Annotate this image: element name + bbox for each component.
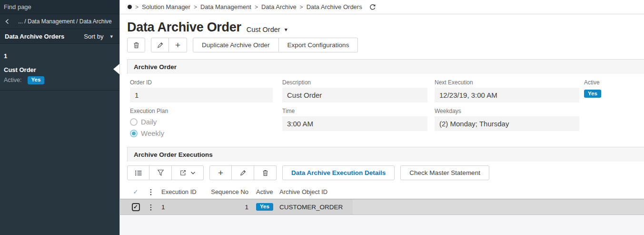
sidebar: Find page ... / Data Management / Data A… — [0, 0, 120, 235]
archive-order-section-title: Archive Order — [134, 63, 177, 71]
select-all-check-icon[interactable]: ✓ — [133, 188, 139, 195]
radio-weekly-label: Weekly — [141, 129, 164, 137]
find-page-input[interactable]: Find page — [0, 0, 119, 14]
radio-daily-icon — [130, 118, 138, 126]
breadcrumb-separator: > — [135, 4, 139, 10]
sort-caret-icon: ▾ — [110, 33, 113, 40]
breadcrumb-separator: > — [300, 4, 303, 10]
col-header-execution-id[interactable]: Execution ID — [158, 188, 203, 195]
data-archive-execution-details-button[interactable]: Data Archive Execution Details — [282, 165, 395, 180]
page-header: Data Archive Order Cust Order ▾ — [120, 14, 644, 35]
sort-by-label: Sort by — [84, 33, 103, 40]
active-badge: Yes — [28, 76, 45, 84]
delete-order-button[interactable] — [127, 38, 145, 52]
record-selector-caret-icon: ▾ — [285, 26, 287, 33]
record-list: 1 Cust Order Active: Yes — [0, 44, 119, 91]
col-header-sequence-no[interactable]: Sequence No — [203, 188, 250, 195]
duplicate-archive-order-button[interactable]: Duplicate Archive Order — [193, 38, 279, 52]
pencil-icon — [157, 41, 164, 49]
list-item-name: Cust Order — [4, 66, 115, 73]
row-actions-group: + — [209, 165, 277, 180]
export-dropdown-button[interactable] — [172, 165, 204, 180]
list-item-active-label: Active: — [4, 77, 22, 83]
cell-sequence-no: 1 — [203, 199, 250, 215]
breadcrumb-solution-manager[interactable]: Solution Manager — [142, 3, 190, 10]
sidebar-breadcrumb[interactable]: ... / Data Management / Data Archive — [18, 18, 112, 25]
archive-order-fields: Order ID 1 Description Cust Order Next E… — [120, 74, 644, 137]
main-content: > Solution Manager > Data Management > D… — [120, 0, 644, 235]
next-execution-label: Next Execution — [435, 79, 579, 86]
add-execution-button[interactable]: + — [209, 165, 232, 180]
active-label: Active — [584, 79, 641, 86]
header-kebab-icon[interactable]: ⋮ — [148, 188, 155, 195]
main-toolbar: + Duplicate Archive Order Export Configu… — [127, 38, 644, 52]
col-header-archive-object-id[interactable]: Archive Object ID — [277, 188, 353, 195]
export-icon — [179, 169, 187, 176]
radio-daily-label: Daily — [141, 118, 157, 126]
breadcrumb-data-archive[interactable]: Data Archive — [261, 3, 297, 10]
weekdays-field[interactable]: (2) Monday; Thursday — [435, 116, 579, 131]
home-dot-icon[interactable] — [128, 5, 132, 9]
add-order-button[interactable]: + — [169, 38, 187, 52]
sidebar-breadcrumb-bar: ... / Data Management / Data Archive — [0, 14, 119, 29]
weekdays-label: Weekdays — [435, 108, 579, 114]
executions-section-title: Archive Order Executions — [134, 151, 213, 158]
order-id-field[interactable]: 1 — [130, 88, 273, 102]
plus-icon: + — [175, 41, 180, 50]
row-kebab-icon[interactable]: ⋮ — [148, 204, 155, 211]
check-master-statement-button[interactable]: Check Master Statement — [400, 165, 489, 180]
app-window: Find page ... / Data Management / Data A… — [0, 0, 644, 235]
edit-add-group: + — [151, 38, 187, 52]
edit-order-button[interactable] — [151, 38, 169, 52]
trash-icon — [133, 41, 140, 49]
delete-execution-button[interactable] — [254, 165, 277, 180]
list-columns-icon — [135, 170, 142, 176]
execution-plan-label: Execution Plan — [130, 108, 273, 114]
executions-section-header: Archive Order Executions — [127, 147, 644, 162]
breadcrumb-data-archive-orders[interactable]: Data Archive Orders — [307, 3, 362, 10]
trash-icon — [262, 169, 269, 177]
order-actions-group: Duplicate Archive Order Export Configura… — [193, 38, 358, 52]
list-item-id: 1 — [4, 52, 115, 60]
content-footer-area — [120, 215, 644, 235]
sort-by-control[interactable]: Sort by ▾ — [84, 33, 115, 40]
radio-weekly-icon — [130, 130, 138, 137]
next-execution-field[interactable]: 12/23/19, 3:00 AM — [435, 88, 579, 102]
time-label: Time — [282, 108, 427, 114]
row-checkbox[interactable]: ✓ — [132, 203, 140, 211]
filter-button[interactable] — [149, 165, 172, 180]
page-title: Data Archive Order — [127, 20, 241, 35]
plus-icon: + — [218, 168, 223, 177]
row-active-badge: Yes — [256, 203, 273, 211]
active-value-badge: Yes — [584, 90, 601, 98]
executions-table: ✓ ⋮ Execution ID Sequence No Active Arch… — [120, 185, 644, 215]
breadcrumb-bar: > Solution Manager > Data Management > D… — [120, 0, 644, 14]
cell-execution-id: 1 — [158, 199, 203, 215]
table-header-row: ✓ ⋮ Execution ID Sequence No Active Arch… — [120, 185, 644, 199]
refresh-icon[interactable] — [369, 3, 376, 11]
archive-order-section-header: Archive Order — [127, 59, 644, 74]
chevron-down-icon — [190, 171, 196, 175]
back-chevron-icon[interactable] — [5, 19, 14, 24]
description-label: Description — [282, 79, 427, 86]
breadcrumb-separator: > — [194, 4, 197, 10]
order-id-label: Order ID — [130, 79, 273, 86]
record-selector-dropdown[interactable]: Cust Order ▾ — [247, 26, 287, 33]
list-item-cust-order[interactable]: 1 Cust Order Active: Yes — [0, 49, 119, 91]
edit-execution-button[interactable] — [232, 165, 254, 180]
column-list-button[interactable] — [127, 165, 149, 180]
description-field[interactable]: Cust Order — [282, 88, 427, 102]
radio-weekly[interactable]: Weekly — [130, 129, 273, 137]
time-field[interactable]: 3:00 AM — [282, 116, 427, 131]
radio-daily[interactable]: Daily — [130, 118, 273, 126]
list-header: Data Archive Orders Sort by ▾ — [0, 29, 119, 44]
table-row[interactable]: ✓ ⋮ 1 1 Yes CUSTOMER_ORDER — [120, 199, 644, 215]
find-page-placeholder: Find page — [4, 3, 31, 10]
export-configurations-button[interactable]: Export Configurations — [279, 38, 358, 52]
cell-archive-object-id: CUSTOMER_ORDER — [277, 199, 353, 215]
executions-toolbar: + Data Archive Execution Details Check M… — [127, 165, 644, 180]
breadcrumb-data-management[interactable]: Data Management — [200, 3, 251, 10]
col-header-active[interactable]: Active — [250, 188, 277, 195]
checkbox-check-icon: ✓ — [133, 204, 138, 210]
pencil-icon — [239, 169, 247, 176]
